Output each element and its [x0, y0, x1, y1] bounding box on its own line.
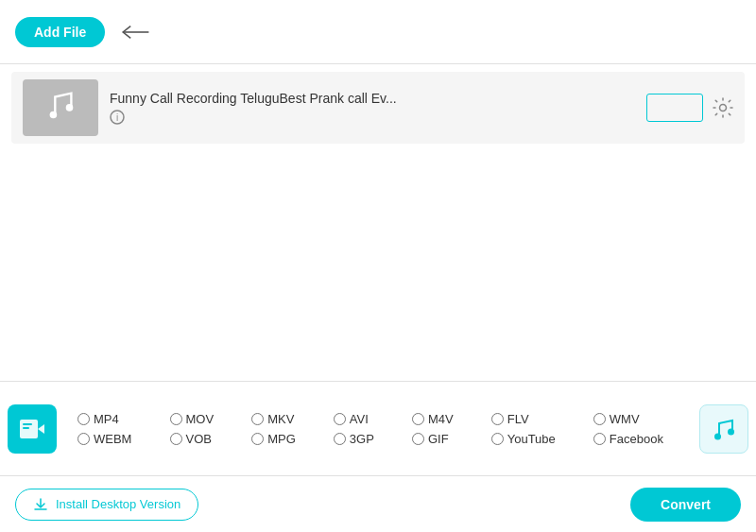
arrow-icon: [120, 22, 150, 43]
radio-mov[interactable]: [170, 413, 182, 425]
file-name: Funny Call Recording TeluguBest Prank ca…: [110, 91, 507, 106]
radio-vob[interactable]: [170, 433, 182, 445]
svg-point-2: [66, 104, 74, 112]
format-3gp[interactable]: 3GP: [324, 432, 403, 446]
svg-text:i: i: [116, 112, 118, 123]
svg-point-10: [714, 433, 721, 439]
settings-icon[interactable]: [713, 97, 733, 118]
svg-rect-9: [23, 427, 29, 429]
file-info: Funny Call Recording TeluguBest Prank ca…: [110, 91, 635, 125]
radio-avi[interactable]: [334, 413, 346, 425]
footer: Install Desktop Version Convert: [0, 475, 756, 532]
format-bar: MP4 MOV MKV AVI M4V FLV WMV WEBM VOB MPG: [0, 381, 756, 475]
svg-point-1: [50, 112, 58, 119]
radio-wmv[interactable]: [593, 413, 606, 425]
format-mpg[interactable]: MPG: [242, 432, 324, 446]
format-grid: MP4 MOV MKV AVI M4V FLV WMV WEBM VOB MPG: [68, 412, 692, 446]
format-flv[interactable]: FLV: [482, 412, 584, 426]
convert-button[interactable]: Convert: [630, 488, 741, 522]
radio-youtube[interactable]: [491, 433, 504, 445]
file-actions: [646, 94, 733, 122]
svg-marker-7: [38, 424, 44, 434]
file-thumbnail: [23, 79, 98, 136]
preview-box[interactable]: [646, 94, 703, 122]
svg-point-5: [720, 105, 727, 112]
download-icon: [33, 497, 48, 512]
format-webm[interactable]: WEBM: [68, 432, 161, 446]
file-list: Funny Call Recording TeluguBest Prank ca…: [0, 64, 756, 381]
format-m4v[interactable]: M4V: [403, 412, 482, 426]
file-item: Funny Call Recording TeluguBest Prank ca…: [11, 72, 745, 144]
info-icon[interactable]: i: [110, 110, 635, 125]
format-mov[interactable]: MOV: [161, 412, 243, 426]
format-gif[interactable]: GIF: [403, 432, 482, 446]
format-avi[interactable]: AVI: [324, 412, 403, 426]
radio-mpg[interactable]: [251, 433, 264, 445]
radio-gif[interactable]: [412, 433, 424, 445]
format-vob[interactable]: VOB: [161, 432, 243, 446]
svg-rect-6: [20, 420, 38, 438]
music-icon: [43, 88, 78, 128]
format-mp4[interactable]: MP4: [68, 412, 161, 426]
format-mkv[interactable]: MKV: [242, 412, 324, 426]
format-facebook[interactable]: Facebook: [584, 432, 692, 446]
svg-rect-8: [23, 423, 32, 425]
radio-m4v[interactable]: [412, 413, 424, 425]
svg-point-11: [728, 428, 734, 435]
format-youtube[interactable]: YouTube: [482, 432, 584, 446]
radio-mp4[interactable]: [77, 413, 90, 425]
video-format-icon[interactable]: [8, 404, 57, 454]
install-desktop-button[interactable]: Install Desktop Version: [15, 489, 198, 521]
add-file-button[interactable]: Add File: [15, 17, 105, 47]
install-label: Install Desktop Version: [56, 497, 180, 511]
radio-facebook[interactable]: [593, 433, 606, 445]
radio-3gp[interactable]: [334, 433, 346, 445]
audio-format-icon[interactable]: [699, 404, 748, 454]
radio-mkv[interactable]: [251, 413, 264, 425]
radio-flv[interactable]: [491, 413, 504, 425]
format-wmv[interactable]: WMV: [584, 412, 692, 426]
toolbar: Add File: [0, 0, 756, 64]
radio-webm[interactable]: [77, 433, 90, 445]
